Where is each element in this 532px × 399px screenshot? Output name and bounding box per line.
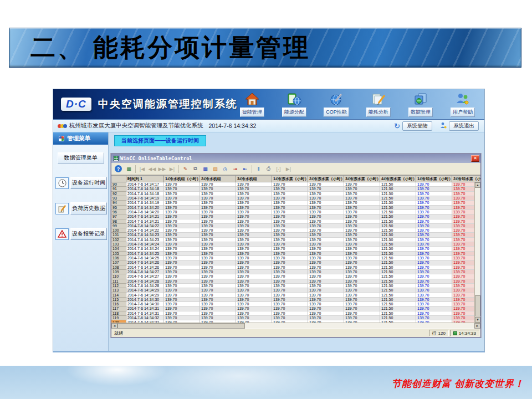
value-cell: 139.70: [200, 182, 236, 187]
column-header[interactable]: 2#冷却水泵（小时）: [452, 176, 480, 182]
close-icon[interactable]: ✕: [471, 155, 479, 162]
value-cell: 139.70: [236, 270, 272, 274]
table-row[interactable]: 992014-7-6 14:34:22139.70139.70139.70139…: [111, 224, 474, 228]
table-row[interactable]: 1022014-7-6 14:34:23139.70139.70139.7013…: [111, 238, 474, 242]
table-row[interactable]: 1042014-7-6 14:34:24139.70139.70139.7013…: [111, 247, 474, 251]
sidebar-item-设备报警记录[interactable]: 设备报警记录: [55, 228, 108, 240]
value-cell: 121.50: [380, 187, 416, 191]
system-login-button[interactable]: 系统登陆: [402, 121, 432, 131]
next-record-icon[interactable]: ▶▶: [157, 164, 167, 173]
table-row[interactable]: 942014-7-6 14:34:19139.70139.70139.70139…: [111, 201, 474, 205]
table-row[interactable]: 932014-7-6 14:34:19139.70139.70139.70139…: [111, 196, 474, 201]
nav-item-数据管理[interactable]: 数据管理: [403, 91, 438, 117]
row-number-cell: 115: [111, 298, 126, 302]
value-cell: 139.70: [164, 233, 200, 237]
table-row[interactable]: 952014-7-6 14:34:20139.70139.70139.70139…: [111, 206, 474, 210]
export-stop-icon[interactable]: ⇤: [241, 164, 250, 173]
value-cell: 139.70: [200, 187, 236, 191]
column-header[interactable]: 时间列 1: [126, 176, 164, 182]
table-row[interactable]: 1132014-7-6 14:34:29139.70139.70139.7013…: [111, 288, 474, 293]
table-row[interactable]: 912014-7-6 14:34:18139.70139.70139.70139…: [111, 187, 474, 191]
edit-pen-icon[interactable]: ✎: [181, 164, 190, 173]
wincc-titlebar[interactable]: WinCC OnlineTableControl ✕: [111, 154, 480, 163]
first-record-icon[interactable]: |◀: [137, 164, 147, 173]
table-row[interactable]: 1192014-7-6 14:34:32139.70139.70139.7013…: [111, 316, 474, 320]
table-row[interactable]: 962014-7-6 14:34:20139.70139.70139.70139…: [111, 210, 474, 214]
table-row[interactable]: 922014-7-6 14:34:18139.70139.70139.70139…: [111, 192, 474, 196]
table-row[interactable]: 1062014-7-6 14:34:25139.70139.70139.7013…: [111, 256, 474, 260]
value-cell: 139.70: [200, 265, 236, 270]
hscroll-thumb[interactable]: [117, 323, 245, 329]
table-row[interactable]: 1172014-7-6 14:34:31139.70139.70139.7013…: [111, 306, 474, 311]
column-header[interactable]: 1#冷水机组（小时）: [164, 176, 200, 182]
table-row[interactable]: 1052014-7-6 14:34:25139.70139.70139.7013…: [111, 252, 474, 256]
print-icon[interactable]: ⎙: [264, 164, 273, 173]
slide: 二、 能耗分项计量管理 D·C 中央空调能源管理控制系统 智能管理能源分配COP…: [0, 0, 532, 399]
table-row[interactable]: 1112014-7-6 14:34:28139.70139.70139.7013…: [111, 279, 474, 284]
time-range-icon[interactable]: ▤: [211, 164, 220, 173]
table-row[interactable]: 1162014-7-6 14:34:30139.70139.70139.7013…: [111, 302, 474, 306]
system-logout-button[interactable]: 系统退出: [449, 121, 479, 131]
table-row[interactable]: 1152014-7-6 14:34:30139.70139.70139.7013…: [111, 298, 474, 302]
clock-tool-icon[interactable]: ◷: [221, 164, 230, 173]
export-start-icon[interactable]: ⇥: [231, 164, 240, 173]
column-header[interactable]: 2#冷冻水泵（小时）: [308, 176, 344, 182]
nav-item-能耗分析[interactable]: 能耗分析: [361, 91, 396, 117]
time-cell: 2014-7-6 14:34:29: [126, 288, 164, 293]
column-select-icon[interactable]: ▦: [201, 164, 210, 173]
value-cell: 139.70: [416, 265, 452, 270]
vertical-scrollbar[interactable]: ▲ ▼: [474, 182, 480, 323]
value-cell: 139.70: [272, 187, 308, 191]
last-record-icon[interactable]: ▶|: [167, 164, 177, 173]
sidebar-item-设备运行时间[interactable]: 设备运行时间: [55, 177, 108, 189]
scroll-down-icon[interactable]: ▼: [475, 317, 480, 323]
select-range-icon[interactable]: [·]: [274, 164, 283, 173]
scroll-up-icon[interactable]: ▲: [475, 182, 480, 188]
column-header[interactable]: 2#冷水机组: [200, 176, 236, 182]
nav-item-COP性能[interactable]: COP性能: [319, 91, 354, 117]
jump-end-icon[interactable]: ▶|: [284, 164, 293, 173]
config-icon[interactable]: ▦: [124, 164, 134, 173]
table-row[interactable]: 1002014-7-6 14:34:22139.70139.70139.7013…: [111, 228, 474, 233]
value-cell: 139.70: [344, 224, 380, 228]
value-cell: 139.70: [416, 206, 452, 210]
table-row[interactable]: 1182014-7-6 14:34:31139.70139.70139.7013…: [111, 311, 474, 316]
scroll-right-icon[interactable]: ►: [474, 323, 480, 329]
table-row[interactable]: 1072014-7-6 14:34:26139.70139.70139.7013…: [111, 260, 474, 265]
column-header[interactable]: 1#冷却水泵（小时）: [416, 176, 452, 182]
table-row[interactable]: 1032014-7-6 14:34:24139.70139.70139.7013…: [111, 242, 474, 247]
table-row[interactable]: 1012014-7-6 14:34:23139.70139.70139.7013…: [111, 233, 474, 237]
value-cell: 121.50: [380, 293, 416, 298]
table-row[interactable]: 1122014-7-6 14:34:28139.70139.70139.7013…: [111, 284, 474, 288]
sidebar-item-负荷历史数据[interactable]: 负荷历史数据: [55, 202, 108, 214]
table-row[interactable]: 902014-7-6 14:34:17139.70139.70139.70139…: [111, 182, 474, 187]
scroll-left-icon[interactable]: ◄: [111, 323, 117, 329]
copy-icon[interactable]: ⧉: [191, 164, 200, 173]
value-cell: 139.70: [416, 320, 452, 323]
table-row[interactable]: 1142014-7-6 14:34:29139.70139.70139.7013…: [111, 293, 474, 298]
horizontal-scrollbar[interactable]: ◄ ►: [111, 323, 480, 329]
table-row[interactable]: 1102014-7-6 14:34:27139.70139.70139.7013…: [111, 274, 474, 279]
nav-item-智能管理[interactable]: 智能管理: [235, 91, 269, 117]
value-cell: 139.70: [200, 238, 236, 242]
prev-record-icon[interactable]: ◀◀: [147, 164, 157, 173]
column-header[interactable]: 1#冷冻水泵（小时）: [272, 176, 308, 182]
column-header[interactable]: 3#冷水机组: [236, 176, 272, 182]
data-menu-button[interactable]: 数据管理菜单: [58, 152, 104, 163]
data-table: 时间列 11#冷水机组（小时）2#冷水机组3#冷水机组1#冷冻水泵（小时）2#冷…: [111, 175, 480, 323]
table-row[interactable]: 1082014-7-6 14:34:26139.70139.70139.7013…: [111, 265, 474, 270]
value-cell: 139.70: [344, 228, 380, 233]
column-header[interactable]: 3#冷冻水泵（小时）: [344, 176, 380, 182]
column-header[interactable]: 4#冷冻水泵（小时）: [380, 176, 416, 182]
pause-icon[interactable]: ‖: [254, 164, 263, 173]
nav-item-能源分配[interactable]: 能源分配: [277, 91, 311, 117]
nav-item-用户帮助[interactable]: 用户帮助: [446, 91, 480, 117]
table-row[interactable]: 982014-7-6 14:34:21139.70139.70139.70139…: [111, 219, 474, 224]
login-refresh-icon: ↻: [394, 122, 400, 130]
table-row[interactable]: 1092014-7-6 14:34:27139.70139.70139.7013…: [111, 270, 474, 274]
table-row[interactable]: 1202014-7-6 14:34:32139.70139.70139.7013…: [111, 320, 474, 323]
table-row[interactable]: 972014-7-6 14:34:21139.70139.70139.70139…: [111, 214, 474, 219]
vscroll-thumb[interactable]: [475, 295, 480, 316]
value-cell: 139.70: [452, 182, 474, 187]
help-icon[interactable]: ?: [115, 165, 122, 172]
